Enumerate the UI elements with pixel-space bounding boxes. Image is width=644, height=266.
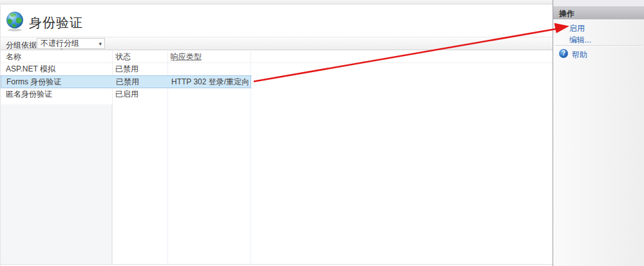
column-header-name[interactable]: 名称 [6, 51, 21, 63]
cell-status: 已禁用 [116, 76, 139, 88]
iis-authentication-page: 身份验证 分组依据: 不进行分组 ▾ 名称 ˆ 状态 响应类型 ASP.NET … [0, 0, 644, 266]
cell-status: 已启用 [115, 88, 138, 100]
group-by-value: 不进行分组 [41, 39, 79, 48]
page-title: 身份验证 [29, 14, 83, 32]
enable-action-link[interactable]: 启用 [569, 23, 585, 34]
list-rows: ASP.NET 模拟 已禁用 Forms 身份验证 已禁用 HTTP 302 登… [1, 63, 553, 100]
name-column-fill [1, 104, 112, 265]
window-chrome-strip [0, 0, 644, 5]
edit-action-link[interactable]: 编辑... [569, 35, 591, 46]
feature-view: 身份验证 分组依据: 不进行分组 ▾ 名称 ˆ 状态 响应类型 ASP.NET … [0, 5, 553, 266]
cell-name: 匿名身份验证 [6, 88, 52, 100]
help-label: 帮助 [572, 50, 587, 61]
help-icon: ? [559, 49, 568, 58]
list-item-forms-authentication[interactable]: Forms 身份验证 已禁用 HTTP 302 登录/重定向 [1, 75, 251, 88]
actions-pane: 操作 启用 编辑... ? 帮助 [553, 0, 644, 266]
list-bottom-edge [1, 264, 553, 265]
column-header-status[interactable]: 状态 [115, 51, 131, 63]
chevron-down-icon: ▾ [99, 39, 102, 49]
column-header-response-type[interactable]: 响应类型 [171, 51, 202, 63]
column-header-row: 名称 ˆ 状态 响应类型 [1, 51, 553, 63]
group-by-dropdown[interactable]: 不进行分组 ▾ [37, 38, 105, 49]
globe-icon [5, 11, 24, 32]
cell-name: Forms 身份验证 [6, 76, 61, 88]
list-item-aspnet-impersonation[interactable]: ASP.NET 模拟 已禁用 [1, 63, 251, 75]
actions-pane-top-strip [553, 0, 644, 6]
sort-ascending-icon: ˆ [61, 48, 62, 55]
cell-status: 已禁用 [115, 63, 138, 75]
actions-pane-title: 操作 [553, 6, 644, 19]
actions-pane-separator [554, 45, 643, 46]
cell-name: ASP.NET 模拟 [6, 63, 55, 75]
group-by-toolbar: 分组依据: 不进行分组 ▾ [1, 37, 553, 50]
cell-response-type: HTTP 302 登录/重定向 [171, 76, 249, 88]
list-item-anonymous-authentication[interactable]: 匿名身份验证 已启用 [1, 88, 251, 100]
feature-list: 名称 ˆ 状态 响应类型 ASP.NET 模拟 已禁用 Forms 身份验证 已… [1, 51, 553, 265]
group-by-label: 分组依据: [6, 40, 39, 51]
